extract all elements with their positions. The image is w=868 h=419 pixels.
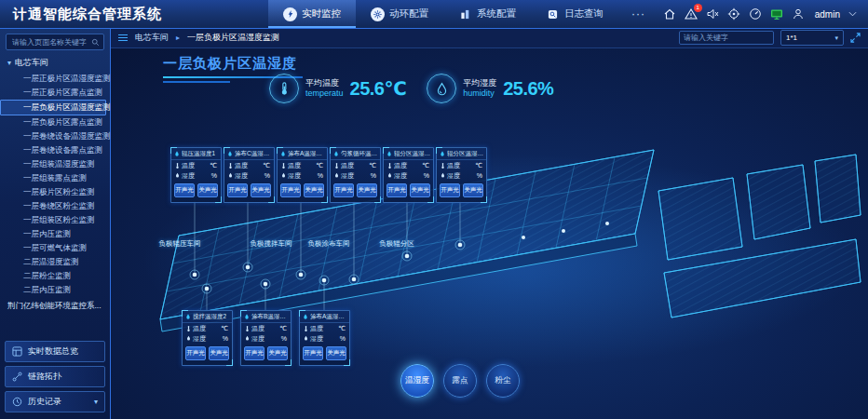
collapse-sidebar-icon[interactable] <box>118 33 128 43</box>
sound-light-on-button[interactable]: 开声光 <box>440 183 460 197</box>
sensor-droplet-icon <box>185 314 191 320</box>
sound-light-off-button[interactable]: 关声光 <box>326 346 346 360</box>
target-icon[interactable] <box>727 7 740 20</box>
sound-light-on-button[interactable]: 开声光 <box>280 183 301 197</box>
sound-light-off-button[interactable]: 关声光 <box>357 183 377 197</box>
zone-label-2: 负极涂布车间 <box>308 239 350 249</box>
droplet-icon <box>334 172 339 179</box>
sidebar-item-15[interactable]: 二层内压监测 <box>0 283 110 297</box>
sensor-card[interactable]: 辊分区温湿度2 温度 ℃ 湿度 % 开声光 关声光 <box>436 147 487 203</box>
sensor-card[interactable]: 辊分区温湿度1 温度 ℃ 湿度 % 开声光 关声光 <box>383 147 434 203</box>
sound-light-on-button[interactable]: 开声光 <box>174 183 195 197</box>
env-config-icon <box>371 7 385 21</box>
sound-light-off-button[interactable]: 关声光 <box>267 346 288 360</box>
sound-light-off-button[interactable]: 关声光 <box>463 183 483 197</box>
breadcrumb-separator-icon: ▸ <box>176 34 180 42</box>
sensor-card-title: 辊压温湿度1 <box>182 150 215 158</box>
sensor-card-title: 涂布B温湿度2 <box>251 313 288 321</box>
gauge-icon[interactable] <box>749 7 762 20</box>
sidebar-item-1[interactable]: 一层正极片区露点监测 <box>0 86 110 100</box>
nav-more-button[interactable]: ··· <box>618 7 658 20</box>
sensor-card-title: 辊分区温湿度2 <box>447 150 483 158</box>
sidebar-item-8[interactable]: 一层极片区粉尘监测 <box>0 185 110 199</box>
sidebar-item-3[interactable]: 一层负极片区露点监测 <box>0 115 110 129</box>
breadcrumb-root[interactable]: 电芯车间 <box>135 32 169 44</box>
droplet-icon <box>186 335 191 342</box>
sidebar-item-4[interactable]: 一层卷绕设备温湿度监测 <box>0 129 110 143</box>
mode-button-2[interactable]: 粉尘 <box>486 364 520 398</box>
caret-down-icon: ▾ <box>7 59 11 67</box>
sensor-card-title: 涂布C温湿度1 <box>235 150 271 158</box>
nav-item-0[interactable]: 实时监控 <box>268 0 356 28</box>
sidebar-item-14[interactable]: 二层粉尘监测 <box>0 269 110 283</box>
nav-item-1[interactable]: 动环配置 <box>356 0 443 28</box>
alarm-icon[interactable]: 1 <box>685 7 698 20</box>
sensor-card[interactable]: 涂布C温湿度1 温度 ℃ 湿度 % 开声光 关声光 <box>224 147 275 203</box>
zone-label-1: 负极搅拌车间 <box>251 239 292 249</box>
home-icon[interactable] <box>663 7 676 20</box>
sidebar-item-11[interactable]: 一层内压监测 <box>0 227 110 241</box>
sidebar-item-9[interactable]: 一层卷绕区粉尘监测 <box>0 199 110 213</box>
search-icon <box>91 38 100 47</box>
sidebar-item-12[interactable]: 一层可燃气体监测 <box>0 241 110 255</box>
history-button[interactable]: 历史记录 ▾ <box>5 391 105 412</box>
sidebar-group-factory[interactable]: 荆门亿纬创能环境监控系... <box>0 297 110 316</box>
sensor-card[interactable]: 涂布B温湿度2 温度 ℃ 湿度 % 开声光 关声光 <box>240 310 292 366</box>
sound-light-on-button[interactable]: 开声光 <box>387 183 407 197</box>
user-icon[interactable] <box>792 7 805 20</box>
keyword-search-input[interactable] <box>679 31 774 45</box>
layout-select[interactable]: 1*1 ▾ <box>780 30 844 46</box>
sidebar-item-6[interactable]: 一层组装温湿度监测 <box>0 157 110 171</box>
sensor-card-title: 涂布A温湿度1 <box>288 150 324 158</box>
sensor-droplet-icon <box>227 151 233 157</box>
thermometer-icon <box>245 325 250 332</box>
sensor-card[interactable]: 辊压温湿度1 温度 ℃ 湿度 % 开声光 关声光 <box>170 147 222 203</box>
droplet-icon <box>175 172 180 179</box>
sidebar-item-7[interactable]: 一层组装露点监测 <box>0 171 110 185</box>
sound-light-on-button[interactable]: 开声光 <box>185 346 206 360</box>
sidebar-search-input[interactable] <box>10 37 88 47</box>
data-overview-button[interactable]: 实时数据总览 <box>5 341 105 362</box>
sound-light-off-button[interactable]: 关声光 <box>251 183 271 197</box>
thermometer-icon <box>441 162 445 169</box>
droplet-icon <box>228 172 233 179</box>
sound-light-off-button[interactable]: 关声光 <box>410 183 430 197</box>
chevron-down-icon[interactable] <box>848 11 857 17</box>
monitor-icon[interactable] <box>770 7 783 20</box>
system-config-icon <box>458 7 472 21</box>
nav-item-3[interactable]: 日志查询 <box>531 0 618 28</box>
sidebar-item-2[interactable]: 一层负极片区温湿度监测 <box>0 100 106 115</box>
sound-light-off-button[interactable]: 关声光 <box>209 346 229 360</box>
sidebar-item-13[interactable]: 二层温湿度监测 <box>0 255 110 269</box>
sidebar-search[interactable] <box>6 34 104 50</box>
sidebar-item-0[interactable]: 一层正极片区温湿度监测 <box>0 72 110 86</box>
sidebar-item-5[interactable]: 一层卷绕设备露点监测 <box>0 143 110 157</box>
nav-item-2[interactable]: 系统配置 <box>443 0 531 28</box>
sensor-card[interactable]: 搅拌温湿度2 温度 ℃ 湿度 % 开声光 关声光 <box>182 310 233 366</box>
sensor-card[interactable]: 涂布A温湿度1 温度 ℃ 湿度 % 开声光 关声光 <box>277 147 328 203</box>
sensor-droplet-icon <box>280 151 286 157</box>
mode-button-1[interactable]: 露点 <box>443 364 477 398</box>
alert-count-badge: 1 <box>694 4 702 12</box>
main-nav: 实时监控 动环配置 系统配置 日志查询 <box>268 0 618 28</box>
sensor-droplet-icon <box>333 151 339 157</box>
main-canvas: 一层负极片区温湿度 平均温度 temperatu 25.6℃ 平均湿度 humi… <box>111 47 868 419</box>
sidebar-group-workshop[interactable]: ▾ 电芯车间 <box>0 54 110 72</box>
sound-light-on-button[interactable]: 开声光 <box>333 183 354 197</box>
sound-light-on-button[interactable]: 开声光 <box>244 346 264 360</box>
sound-light-off-button[interactable]: 关声光 <box>304 183 324 197</box>
fullscreen-icon[interactable] <box>850 33 861 43</box>
mode-button-0[interactable]: 温湿度 <box>400 364 434 398</box>
app-title: 计通智能综合管理系统 <box>0 6 175 23</box>
sensor-card[interactable]: 匀浆循环温湿度 温度 ℃ 湿度 % 开声光 关声光 <box>330 147 381 203</box>
sidebar-item-10[interactable]: 一层组装区粉尘监测 <box>0 213 110 227</box>
data-overview-icon <box>12 346 22 357</box>
sound-light-on-button[interactable]: 开声光 <box>303 346 323 360</box>
user-name[interactable]: admin <box>815 9 840 20</box>
link-topology-button[interactable]: 链路拓扑 <box>5 366 105 387</box>
mute-icon[interactable] <box>706 7 719 20</box>
sound-light-on-button[interactable]: 开声光 <box>227 183 248 197</box>
sound-light-off-button[interactable]: 关声光 <box>197 183 218 197</box>
sensor-card[interactable]: 涂布A温湿度2 温度 ℃ 湿度 % 开声光 关声光 <box>299 310 350 366</box>
droplet-icon <box>304 335 308 342</box>
